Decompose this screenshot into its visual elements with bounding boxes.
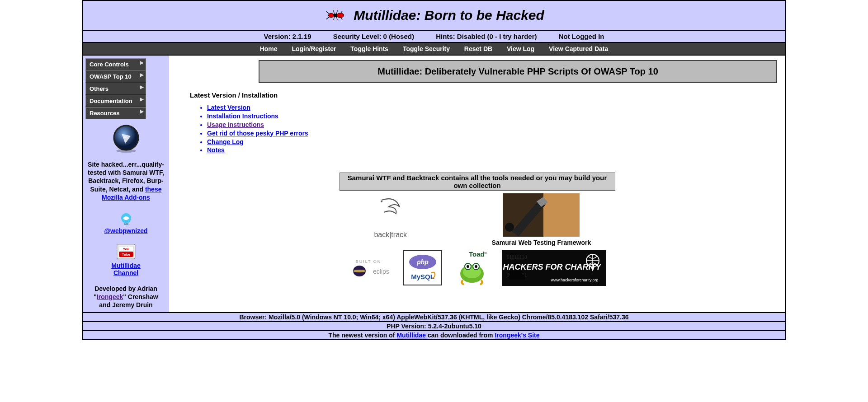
link-notes[interactable]: Notes [207, 146, 225, 154]
nav-view-log[interactable]: View Log [507, 45, 534, 52]
irongeek-site-link[interactable]: Irongeek's Site [495, 332, 539, 339]
chevron-right-icon: ▶ [140, 84, 144, 89]
eclipse-logo[interactable]: BUILT ON eclipse [348, 257, 389, 280]
svg-text:BUILT ON: BUILT ON [355, 259, 381, 264]
svg-point-10 [337, 13, 344, 18]
svg-text:tuk: tuk [123, 222, 128, 225]
svg-rect-22 [543, 193, 580, 237]
logo-row-2: BUILT ON eclipse php MySQL Toad [174, 250, 781, 287]
tested-text: Site hacked...err...quality-tested with … [85, 160, 166, 201]
menu-label: Documentation [90, 98, 132, 104]
section-title: Latest Version / Installation [190, 91, 781, 99]
svg-point-39 [475, 265, 477, 268]
svg-text:™: ™ [483, 252, 487, 256]
mutillidae-link[interactable]: Mutillidae [396, 332, 427, 339]
svg-text:HACKERS FOR CHARITY: HACKERS FOR CHARITY [503, 262, 602, 271]
link-changelog[interactable]: Change Log [207, 138, 244, 145]
tools-banner: Samurai WTF and Backtrack contains all t… [340, 173, 615, 191]
svg-text:01010110: 01010110 [507, 255, 527, 260]
text: The newest version of [328, 332, 396, 339]
yt-link-1[interactable]: Mutillidae [111, 262, 141, 269]
menu-others[interactable]: Others▶ [85, 83, 146, 95]
link-latest-version[interactable]: Latest Version [207, 104, 250, 111]
hackers-for-charity-logo[interactable]: 010101101100101000101101 HACKERS FOR CHA… [502, 250, 606, 287]
svg-text:You: You [123, 247, 129, 251]
svg-line-4 [336, 10, 337, 14]
main-content: Mutillidae: Deliberately Vulnerable PHP … [169, 56, 785, 312]
link-usage[interactable]: Usage Instructions [207, 121, 264, 128]
backtrack-logo[interactable]: back|track [363, 193, 418, 239]
text: can downloaded from [428, 332, 495, 339]
logo-row-1: back|track Samurai Web Testing Framework [174, 193, 781, 246]
footer-browser: Browser: Mozilla/5.0 (Windows NT 10.0; W… [82, 313, 786, 322]
svg-point-26 [353, 270, 366, 272]
chevron-right-icon: ▶ [140, 60, 144, 65]
yt-link-2[interactable]: Channel [113, 269, 138, 276]
chevron-right-icon: ▶ [140, 109, 144, 114]
status-login: Not Logged In [559, 33, 604, 40]
svg-line-5 [336, 16, 337, 20]
twitter-link[interactable]: @webpwnized [104, 227, 147, 234]
status-security: Security Level: 0 (Hosed) [333, 33, 414, 40]
link-install[interactable]: Installation Instructions [207, 112, 278, 120]
footer-newest: The newest version of Mutillidae can dow… [82, 331, 786, 340]
svg-text:eclipse: eclipse [373, 268, 389, 275]
svg-text:php: php [416, 258, 429, 266]
nav-toggle-security[interactable]: Toggle Security [403, 45, 450, 52]
menu-documentation[interactable]: Documentation▶ [85, 95, 146, 107]
svg-point-20 [381, 201, 382, 202]
sidebar: Core Controls▶ OWASP Top 10▶ Others▶ Doc… [83, 56, 169, 312]
menu-resources[interactable]: Resources▶ [85, 107, 146, 119]
svg-point-23 [505, 223, 514, 232]
toad-logo[interactable]: Toad ™ [456, 250, 488, 287]
irongeek-link[interactable]: Irongeek [97, 293, 123, 300]
status-hints: Hints: Disabled (0 - I try harder) [436, 33, 537, 40]
svg-text:www.hackersforcharity.org: www.hackersforcharity.org [551, 278, 599, 282]
content-banner: Mutillidae: Deliberately Vulnerable PHP … [259, 60, 777, 83]
svg-point-8 [329, 13, 334, 18]
nav-toggle-hints[interactable]: Toggle Hints [350, 45, 388, 52]
ant-icon [324, 4, 347, 27]
menu-label: Resources [90, 110, 119, 117]
menu-label: OWASP Top 10 [90, 73, 132, 80]
nav-login[interactable]: Login/Register [292, 45, 336, 52]
php-mysql-logo[interactable]: php MySQL [403, 250, 442, 287]
dev-credit: Developed by Adrian "Irongeek" Crenshaw … [85, 285, 166, 309]
nav-view-captured[interactable]: View Captured Data [549, 45, 608, 52]
svg-point-38 [467, 265, 469, 268]
top-nav: Home Login/Register Toggle Hints Toggle … [82, 43, 786, 56]
footer-php: PHP Version: 5.2.4-2ubuntu5.10 [82, 322, 786, 331]
nav-home[interactable]: Home [260, 45, 278, 52]
status-version: Version: 2.1.19 [264, 33, 311, 40]
youtube-icon[interactable]: You Tube [85, 243, 166, 262]
link-list: Latest Version Installation Instructions… [207, 103, 781, 154]
samurai-label: Samurai Web Testing Framework [492, 239, 591, 246]
menu-owasp-top-10[interactable]: OWASP Top 10▶ [85, 70, 146, 83]
status-bar: Version: 2.1.19 Security Level: 0 (Hosed… [82, 31, 786, 43]
svg-line-3 [334, 16, 335, 20]
owasp-icon[interactable] [85, 125, 166, 155]
twitter-icon[interactable]: tuk [85, 212, 166, 227]
svg-text:Toad: Toad [469, 250, 485, 258]
svg-point-12 [116, 149, 136, 153]
header: Mutillidae: Born to be Hacked [82, 0, 786, 31]
svg-text:Tube: Tube [122, 252, 130, 257]
chevron-right-icon: ▶ [140, 97, 144, 102]
backtrack-label: back|track [363, 231, 418, 239]
menu-label: Others [90, 85, 108, 92]
link-php-errors[interactable]: Get rid of those pesky PHP errors [207, 130, 308, 137]
svg-text:MySQL: MySQL [411, 273, 434, 280]
menu-core-controls[interactable]: Core Controls▶ [85, 58, 146, 70]
chevron-right-icon: ▶ [140, 72, 144, 77]
menu-label: Core Controls [90, 61, 129, 68]
page-title: Mutillidae: Born to be Hacked [354, 8, 544, 23]
samurai-logo[interactable]: Samurai Web Testing Framework [492, 193, 591, 246]
nav-reset-db[interactable]: Reset DB [464, 45, 492, 52]
side-menu: Core Controls▶ OWASP Top 10▶ Others▶ Doc… [85, 58, 166, 119]
svg-line-2 [334, 10, 335, 14]
